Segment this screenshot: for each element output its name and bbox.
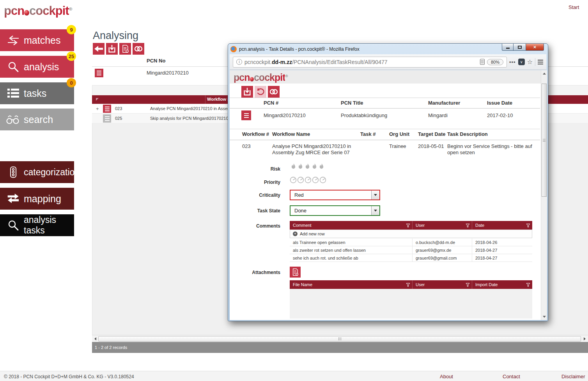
popup-vertical-scrollbar[interactable] (541, 70, 547, 320)
cell-task-description-line1: Beginn vor Service Settings - bitte auf (447, 143, 532, 149)
maximize-button[interactable] (514, 44, 526, 51)
minimize-button[interactable] (502, 44, 514, 51)
col-import-date-header[interactable]: Import Date (472, 280, 532, 289)
sidebar-label: analysis tasks (24, 215, 74, 236)
pcn-col-header[interactable]: PCN No (147, 58, 165, 64)
comment-row[interactable]: als Trainnee open gelassen o.bucksch@dd-… (290, 239, 532, 246)
comments-grid-header: Comment User Date (290, 221, 532, 230)
row-expander[interactable]: + (96, 106, 99, 112)
cell-target-date: 2018-05-01 (418, 143, 444, 149)
pcn-row-menu-button[interactable] (241, 110, 251, 120)
filter-icon[interactable] (406, 283, 410, 287)
clock-icon (297, 176, 304, 183)
col-user-header[interactable]: User (413, 280, 472, 289)
matches-rings-button[interactable] (268, 86, 280, 98)
col-workflow-no[interactable]: Workflow # (207, 97, 230, 101)
info-icon[interactable]: i (236, 59, 242, 65)
scroll-right-button[interactable] (582, 337, 587, 340)
sidebar-item-tasks[interactable]: tasks 0 (0, 82, 74, 104)
add-attachment-button[interactable] (290, 267, 301, 278)
firefox-icon (230, 46, 237, 52)
sidebar-item-analysis-tasks[interactable]: analysis tasks (0, 214, 74, 236)
app-logo: pcncockpit® (4, 4, 72, 18)
row-menu-button[interactable] (103, 114, 111, 123)
undo-button[interactable] (255, 86, 266, 98)
add-new-row[interactable]: + Add new row (290, 230, 532, 238)
footer-disclaimer-link[interactable]: Disclaimer (561, 374, 585, 379)
filter-icon[interactable] (526, 283, 530, 287)
sidebar-item-matches[interactable]: matches 9 (0, 29, 74, 51)
comment-row[interactable]: sehe ich auch rot. und schließe ab graue… (290, 254, 532, 262)
attachments-empty-body (290, 289, 532, 319)
sidebar-item-analysis[interactable]: analysis 25 (0, 56, 74, 78)
flame-icon (305, 163, 310, 171)
report-button[interactable] (119, 43, 131, 55)
scroll-up-button[interactable] (543, 73, 546, 75)
sidebar-item-categorization[interactable]: categorization (0, 161, 74, 183)
clock-icon (305, 176, 312, 183)
col-org-unit: Org Unit (389, 131, 409, 137)
comment-row[interactable]: als zweiter rot setzen und offen lassen … (290, 246, 532, 254)
collapse-all-icon[interactable] (96, 98, 99, 101)
url-bar[interactable]: i pcncockpit.dd-m.zz/PCNAnalysis/EditTas… (233, 57, 507, 68)
horizontal-scrollbar[interactable] (92, 335, 588, 342)
window-title: pcn.analysis - Task Details - pcn.cockpi… (239, 46, 360, 52)
filter-icon[interactable] (406, 223, 410, 228)
cell-date: 2018-04-27 (472, 254, 532, 262)
pocket-icon[interactable]: ∨ (518, 59, 525, 65)
page-actions-icon[interactable]: ••• (509, 59, 516, 65)
priority-rating[interactable] (290, 176, 326, 183)
matches-rings-button[interactable] (133, 43, 144, 55)
scroll-thumb[interactable] (542, 84, 547, 197)
sidebar-item-mapping[interactable]: mapping (0, 188, 74, 210)
col-user-header[interactable]: User (413, 221, 472, 230)
filter-icon[interactable] (526, 223, 530, 228)
filter-icon[interactable] (466, 283, 470, 287)
sidebar-item-search[interactable]: search (0, 109, 74, 130)
dropdown-arrow-icon[interactable] (371, 190, 379, 199)
risk-rating[interactable] (290, 163, 324, 171)
scroll-down-button[interactable] (543, 316, 546, 318)
url-host-prefix: pcncockpit. (244, 59, 272, 65)
filter-icon[interactable] (466, 223, 470, 228)
task-state-select[interactable]: Done (290, 205, 380, 216)
criticality-select[interactable]: Red (290, 190, 380, 200)
import-button[interactable] (106, 43, 118, 55)
cell-task-description-line2: open setzen (447, 150, 475, 155)
col-date-header[interactable]: Date (472, 221, 532, 230)
footer-about-link[interactable]: About (440, 374, 453, 379)
save-button[interactable] (241, 86, 253, 98)
scroll-left-button[interactable] (92, 337, 98, 340)
pcn-row-menu-button[interactable] (95, 69, 103, 77)
close-button[interactable]: × (526, 44, 544, 51)
cell-comment: sehe ich auch rot. und schließe ab (290, 254, 413, 262)
document-gear-icon (121, 45, 129, 53)
cell-pcn-title: Produktabkündigung (341, 112, 387, 118)
flame-icon (319, 163, 324, 171)
col-file-name-header[interactable]: File Name (290, 280, 413, 289)
zoom-level-button[interactable]: 80% (487, 59, 503, 65)
row-menu-button[interactable] (103, 105, 111, 113)
task-state-label: Task State (230, 208, 280, 214)
dropdown-arrow-icon[interactable] (371, 206, 379, 215)
start-link[interactable]: Start (569, 4, 579, 10)
task-state-value: Done (290, 208, 371, 214)
col-pcn-title: PCN Title (341, 100, 363, 106)
back-button[interactable] (93, 43, 104, 55)
bookmark-star-icon[interactable]: ☆ (527, 58, 533, 66)
globe-icon (24, 10, 29, 16)
cell-manufacturer: Mingardi (428, 112, 448, 118)
footer-contact-link[interactable]: Contact (503, 374, 520, 379)
window-titlebar[interactable]: pcn.analysis - Task Details - pcn.cockpi… (228, 44, 548, 54)
col-task-no: Task # (360, 131, 376, 137)
page-title: Analysing (93, 30, 138, 42)
magnifier-icon (5, 61, 21, 73)
scroll-thumb[interactable] (98, 336, 581, 342)
pcn-row-value[interactable]: Mingardi20170210 (147, 70, 189, 76)
col-comment-header[interactable]: Comment (290, 221, 413, 230)
cell-workflow-name-line1: Analyse PCN Mingardi20170210 in (272, 143, 351, 149)
reader-mode-icon[interactable] (480, 59, 485, 65)
clock-icon (312, 176, 319, 183)
attachments-label: Attachments (230, 270, 280, 275)
menu-hamburger-icon[interactable] (538, 60, 543, 64)
